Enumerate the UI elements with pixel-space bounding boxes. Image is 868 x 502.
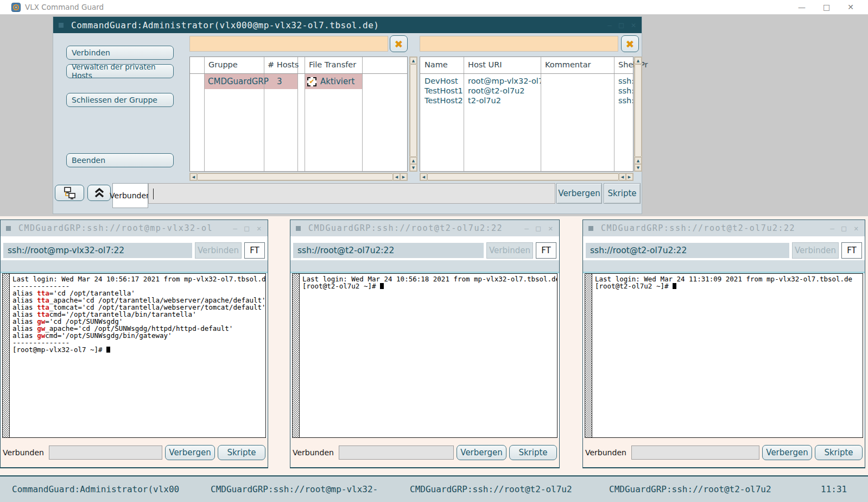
connect-button[interactable]: Verbinden <box>486 242 533 259</box>
scrollbar-thumb[interactable] <box>197 173 393 180</box>
scrollbar-thumb[interactable] <box>635 64 642 157</box>
os-window-title: VLX Command Guard <box>25 3 104 11</box>
ft-button[interactable]: FT <box>841 242 862 259</box>
beenden-button[interactable]: Beenden <box>66 153 174 167</box>
minimize-icon[interactable]: — <box>524 224 529 233</box>
scroll-right-icon[interactable]: ▶ <box>626 173 633 180</box>
terminal-screen[interactable]: Last login: Wed Mar 24 11:31:09 2021 fro… <box>585 273 863 438</box>
scroll-up-icon[interactable]: ▲ <box>410 157 417 164</box>
host-row[interactable]: DevHostroot@mp-vlx32-ol7ssh:22 <box>420 77 633 86</box>
host-vscrollbar[interactable]: ▲ ▲ ▼ <box>634 57 642 172</box>
terminal-scrollbar[interactable] <box>3 274 10 437</box>
hide-button[interactable]: Verbergen <box>762 445 812 460</box>
network-view-button[interactable] <box>55 185 84 201</box>
group-filter-input[interactable] <box>189 36 388 52</box>
minimize-icon[interactable]: — <box>830 224 834 233</box>
file-transfer-checkbox[interactable]: ✔ <box>307 77 316 86</box>
taskbar-item-terminal1[interactable]: CMDGuardGRP:ssh://root@mp-vlx32- <box>211 484 378 494</box>
main-window-title: CommandGuard:Administrator(vlx000@mp-vlx… <box>71 20 379 30</box>
verbergen-button[interactable]: Verbergen <box>556 183 602 204</box>
host-filter-input[interactable] <box>420 36 618 52</box>
taskbar-clock: 11:31 <box>821 484 847 494</box>
url-field[interactable]: ssh://root@mp-vlx32-ol7:22 <box>3 243 192 258</box>
group-hscrollbar[interactable]: ◀ ◀ ▶ <box>189 173 408 181</box>
scroll-up-icon[interactable]: ▲ <box>410 57 417 64</box>
verwalten-private-hosts-button[interactable]: Verwalten der privaten Hosts <box>66 64 174 78</box>
terminal-titlebar[interactable]: CMDGuardGRP:ssh://root@t2-ol7u2:22 — □ ✕ <box>290 220 559 236</box>
ft-button[interactable]: FT <box>536 242 556 259</box>
terminal-scrollbar[interactable] <box>585 274 592 437</box>
host-hscrollbar[interactable]: ◀ ◀ ▶ <box>420 173 633 181</box>
maximize-icon[interactable]: □ <box>536 224 541 233</box>
hosts-close-button[interactable]: ✖ <box>621 35 639 52</box>
taskbar-item-terminal3[interactable]: CMDGuardGRP:ssh://root@t2-ol7u2 <box>609 484 771 494</box>
scroll-up-icon[interactable]: ▲ <box>635 57 642 64</box>
group-row[interactable]: CMDGuardGRP 3 ✔ Aktiviert <box>190 74 407 89</box>
maximize-icon[interactable]: □ <box>619 20 624 30</box>
maximize-icon[interactable]: □ <box>244 224 250 233</box>
url-field[interactable]: ssh://root@t2-ol7u2:22 <box>586 243 789 258</box>
scrollbar-thumb[interactable] <box>427 173 619 180</box>
collapse-button[interactable] <box>87 185 111 201</box>
terminal-screen[interactable]: Last login: Wed Mar 24 10:56:17 2021 fro… <box>2 273 266 438</box>
group-table: Gruppe # Hosts File Transfer CMDGuardGRP… <box>189 57 408 172</box>
connect-button[interactable]: Verbinden <box>792 242 839 259</box>
url-field[interactable]: ssh://root@t2-ol7u2:22 <box>293 243 484 258</box>
taskbar-item-terminal2[interactable]: CMDGuardGRP:ssh://root@t2-ol7u2 <box>410 484 572 494</box>
column-header-gruppe[interactable]: Gruppe <box>208 60 238 69</box>
column-header-hosts[interactable]: # Hosts <box>268 60 299 69</box>
scroll-up-icon[interactable]: ▲ <box>635 157 642 164</box>
taskbar-item-main[interactable]: CommandGuard:Administrator(vlx00 <box>12 484 179 494</box>
scripts-button[interactable]: Skripte <box>815 445 863 460</box>
group-close-button[interactable]: ✖ <box>390 35 408 52</box>
column-header-kommentar[interactable]: Kommentar <box>545 60 591 69</box>
scroll-left-icon[interactable]: ◀ <box>420 173 427 180</box>
scroll-left-icon[interactable]: ◀ <box>190 173 197 180</box>
schliessen-der-gruppe-button[interactable]: Schliessen der Gruppe <box>66 93 174 107</box>
os-titlebar[interactable]: VLX Command Guard — □ ✕ <box>0 0 868 15</box>
scroll-left-icon[interactable]: ◀ <box>619 173 626 180</box>
close-icon[interactable]: ✕ <box>257 224 262 233</box>
host-row[interactable]: TestHost1root@t2-ol7u2ssh:22 <box>420 86 633 96</box>
scripts-button[interactable]: Skripte <box>509 445 557 460</box>
terminal-command-input[interactable] <box>631 445 759 460</box>
hide-button[interactable]: Verbergen <box>165 445 215 460</box>
scroll-right-icon[interactable]: ▶ <box>400 173 407 180</box>
scroll-down-icon[interactable]: ▼ <box>635 164 642 171</box>
terminal-scrollbar[interactable] <box>293 274 300 437</box>
close-icon[interactable]: ✕ <box>548 224 554 233</box>
window-icon <box>588 226 593 231</box>
command-input[interactable] <box>148 183 555 204</box>
ft-button[interactable]: FT <box>244 242 265 259</box>
column-header-host-uri[interactable]: Host URI <box>468 60 502 69</box>
column-header-file-transfer[interactable]: File Transfer <box>309 60 356 69</box>
scrollbar-thumb[interactable] <box>410 64 417 157</box>
scroll-down-icon[interactable]: ▼ <box>410 164 417 171</box>
os-maximize-icon[interactable]: □ <box>823 3 830 11</box>
close-icon[interactable]: ✕ <box>631 20 636 30</box>
os-minimize-icon[interactable]: — <box>798 3 806 11</box>
maximize-icon[interactable]: □ <box>841 224 847 233</box>
minimize-icon[interactable]: — <box>607 21 612 29</box>
terminal-title: CMDGuardGRP:ssh://root@mp-vlx32-ol <box>18 223 213 233</box>
column-header-shell[interactable]: Shell Pr <box>618 60 648 69</box>
main-titlebar[interactable]: CommandGuard:Administrator(vlx000@mp-vlx… <box>53 17 642 33</box>
os-close-icon[interactable]: ✕ <box>847 3 854 11</box>
group-vscrollbar[interactable]: ▲ ▲ ▼ <box>409 57 417 172</box>
column-header-name[interactable]: Name <box>425 60 448 69</box>
scroll-left-icon[interactable]: ◀ <box>393 173 400 180</box>
terminal-command-input[interactable] <box>339 445 454 460</box>
terminal-command-input[interactable] <box>49 445 162 460</box>
host-row[interactable]: TestHost2t2-ol7u2ssh:22 <box>420 96 633 106</box>
connection-status-tab[interactable]: Verbunden <box>112 183 148 208</box>
terminal-titlebar[interactable]: CMDGuardGRP:ssh://root@mp-vlx32-ol — □ ✕ <box>1 220 268 236</box>
hide-button[interactable]: Verbergen <box>457 445 506 460</box>
close-icon[interactable]: ✕ <box>854 224 859 233</box>
connect-button[interactable]: Verbinden <box>195 242 242 259</box>
terminal-titlebar[interactable]: CMDGuardGRP:ssh://root@t2-ol7u2:22 — □ ✕ <box>583 220 865 236</box>
minimize-icon[interactable]: — <box>233 224 237 233</box>
skripte-button[interactable]: Skripte <box>604 183 641 204</box>
verbinden-button[interactable]: Verbinden <box>66 46 174 60</box>
scripts-button[interactable]: Skripte <box>218 445 265 460</box>
terminal-screen[interactable]: Last login: Wed Mar 24 10:56:18 2021 fro… <box>292 273 557 438</box>
